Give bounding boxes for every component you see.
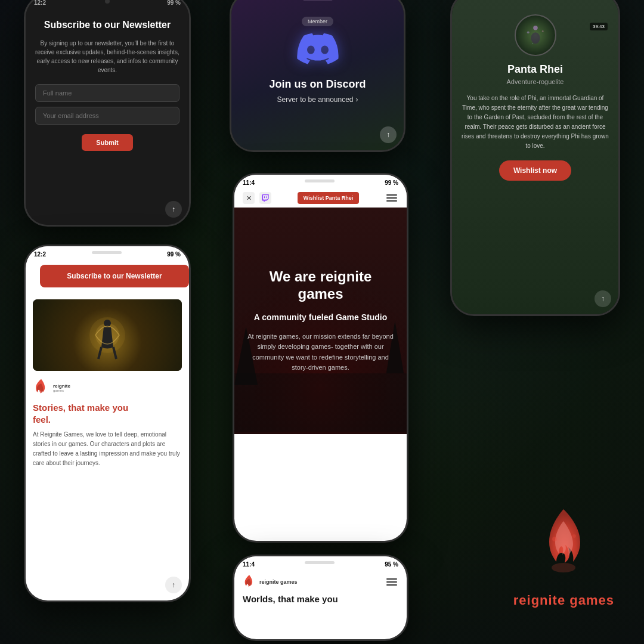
brand-logo: reignite games xyxy=(513,503,614,608)
worlds-screen: 11:4 95 % reignite games xyxy=(234,556,407,639)
hero-title: We are reignite games xyxy=(246,268,395,303)
panta-status-area xyxy=(452,0,618,5)
worlds-title: Worlds, that make you xyxy=(234,594,407,604)
main-hero: We are reignite games A community fueled… xyxy=(234,208,407,434)
main-header: ✕ Wishlist Panta Rhei xyxy=(234,188,407,208)
worlds-hamburger-line-1 xyxy=(386,578,397,580)
headline-part2: feel. xyxy=(33,414,51,425)
submit-button[interactable]: Submit xyxy=(82,134,132,151)
social-icons: ✕ xyxy=(243,192,271,204)
discord-status-bar xyxy=(231,0,404,5)
hamburger-menu[interactable] xyxy=(385,193,398,203)
svg-point-5 xyxy=(532,43,533,44)
panta-title: Panta Rhei xyxy=(462,63,609,76)
server-arrow: › xyxy=(356,95,358,104)
phone-stories: 12:2 99 % Subscribe to our Newsletter xyxy=(24,244,191,602)
status-bar-1: 12:2 99 % xyxy=(26,0,189,7)
game-image-box xyxy=(33,299,182,371)
brand-suffix: ignite games xyxy=(527,593,614,608)
stories-status-bar: 12:2 99 % xyxy=(26,246,189,260)
svg-point-8 xyxy=(104,320,111,327)
game-timer: 39:43 xyxy=(590,23,608,30)
worlds-hamburger-line-3 xyxy=(386,584,397,586)
main-status-bar: 11:4 99 % xyxy=(234,175,407,188)
svg-point-13 xyxy=(552,563,575,572)
member-badge: Member xyxy=(302,17,333,26)
svg-point-1 xyxy=(533,26,538,30)
phone-newsletter-top: 12:2 99 % Subscribe to our Newsletter By… xyxy=(24,0,191,227)
panta-subtitle: Adventure-roguelite xyxy=(462,78,609,85)
newsletter-screen: 12:2 99 % Subscribe to our Newsletter By… xyxy=(26,0,189,225)
svg-point-11 xyxy=(552,537,557,541)
main-time: 11:4 xyxy=(243,179,255,186)
email-input[interactable] xyxy=(35,107,179,125)
subscribe-hero-button[interactable]: Subscribe to our Newsletter xyxy=(40,265,189,287)
stories-logo-text-area: reignite games xyxy=(53,383,70,392)
panta-screen: 39:43 xyxy=(452,0,618,314)
newsletter-content: Subscribe to our Newsletter By signing u… xyxy=(26,7,189,163)
worlds-hamburger[interactable] xyxy=(385,577,398,587)
discord-content: Member Join us on Discord Server to be a… xyxy=(231,5,404,150)
scroll-up-btn-1[interactable]: ↑ xyxy=(165,201,182,218)
stories-flame-icon xyxy=(33,378,49,397)
game-avatar xyxy=(515,14,556,56)
worlds-time: 11:4 xyxy=(243,561,255,568)
scroll-up-btn-stories[interactable]: ↑ xyxy=(165,577,182,593)
worlds-battery: 95 % xyxy=(385,561,398,568)
discord-logo-icon xyxy=(297,32,339,73)
wishlist-header-button[interactable]: Wishlist Panta Rhei xyxy=(298,192,359,204)
stories-body: At Reignite Games, we love to tell deep,… xyxy=(26,430,189,468)
worlds-notch xyxy=(305,561,335,564)
hamburger-line-1 xyxy=(386,194,397,196)
scroll-up-btn-discord[interactable]: ↑ xyxy=(380,126,397,143)
wishlist-now-button[interactable]: Wishlist now xyxy=(499,160,571,181)
server-text: Server to be announced xyxy=(277,95,353,104)
panta-content: Panta Rhei Adventure-roguelite You take … xyxy=(452,5,618,190)
brand-flame-icon xyxy=(528,503,599,587)
stories-headline: Stories, that make you feel. xyxy=(26,402,189,430)
stories-subscribe-area: Subscribe to our Newsletter xyxy=(26,260,189,292)
server-link[interactable]: Server to be announced › xyxy=(277,95,358,104)
main-battery: 99 % xyxy=(385,179,398,186)
headline-part1: Stories, that make you xyxy=(33,402,128,413)
discord-title: Join us on Discord xyxy=(269,78,366,91)
svg-rect-10 xyxy=(234,373,407,432)
phone-panta: 39:43 xyxy=(450,0,620,316)
scroll-up-btn-panta[interactable]: ↑ xyxy=(595,290,611,307)
twitter-icon[interactable]: ✕ xyxy=(243,192,255,204)
discord-notch xyxy=(303,0,333,1)
stories-notch xyxy=(92,251,122,254)
stories-time: 12:2 xyxy=(34,251,46,258)
hamburger-line-3 xyxy=(386,200,397,202)
fullname-input[interactable] xyxy=(35,84,179,102)
discord-screen: Member Join us on Discord Server to be a… xyxy=(231,0,404,150)
status-battery-1: 99 % xyxy=(167,0,181,6)
twitch-icon[interactable] xyxy=(259,192,271,204)
worlds-logo-text: reignite games xyxy=(259,579,298,585)
newsletter-desc: By signing up to our newsletter, you'll … xyxy=(35,39,179,75)
stories-screen: 12:2 99 % Subscribe to our Newsletter xyxy=(26,246,189,600)
hero-body: At reignite games, our mission extends f… xyxy=(246,332,395,373)
worlds-hamburger-line-2 xyxy=(386,581,397,583)
worlds-logo-area: reignite games xyxy=(243,574,298,590)
hamburger-line-2 xyxy=(386,197,397,199)
phone-discord: Member Join us on Discord Server to be a… xyxy=(230,0,405,152)
phone-main: 11:4 99 % ✕ Wishlist Panta Rhei xyxy=(233,173,408,543)
worlds-brand-name: reignite games xyxy=(259,579,298,585)
newsletter-title: Subscribe to our Newsletter xyxy=(35,19,179,32)
hero-subtitle: A community fueled Game Studio xyxy=(246,312,395,322)
main-notch xyxy=(305,179,335,182)
status-time-1: 12:2 xyxy=(34,0,46,6)
stories-logo-area: reignite games xyxy=(26,378,189,402)
svg-point-3 xyxy=(527,31,529,33)
worlds-header: reignite games xyxy=(234,570,407,594)
panta-desc: You take on the role of Phi, an immortal… xyxy=(462,94,609,151)
worlds-flame-icon xyxy=(243,574,256,590)
phone-worlds: 11:4 95 % reignite games xyxy=(233,555,408,641)
stories-battery: 99 % xyxy=(167,251,181,258)
svg-point-2 xyxy=(531,32,540,44)
main-screen: 11:4 99 % ✕ Wishlist Panta Rhei xyxy=(234,175,407,541)
svg-point-12 xyxy=(572,534,576,538)
notch-1 xyxy=(105,0,110,4)
worlds-status-bar: 11:4 95 % xyxy=(234,556,407,570)
